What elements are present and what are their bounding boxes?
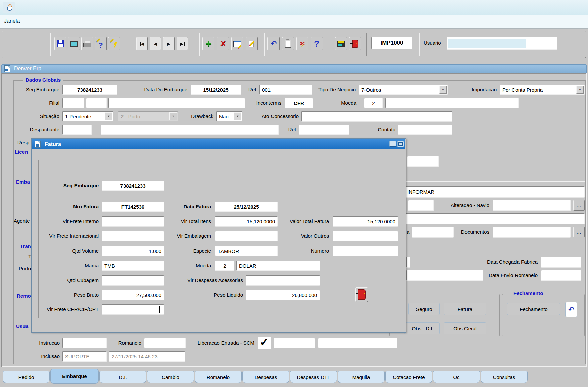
dlg-nro-fatura-field[interactable]: FT142536 [102,202,164,212]
fechamento-undo-button[interactable]: ↶ [565,302,577,317]
dlg-peso-liquido-field[interactable]: 26,800.000 [246,290,320,300]
chevron-down-icon[interactable]: ▼ [576,86,584,94]
previous-record-button[interactable]: ◀ [150,37,161,50]
menu-janela[interactable]: Janela [4,18,20,24]
menu-button[interactable] [335,37,347,50]
tab-cotacao-frete[interactable]: Cotacao Frete [385,371,432,383]
dlg-vlr-total-itens-field[interactable]: 15,120.0000 [215,216,278,226]
filial-code2-field[interactable] [86,98,107,108]
ato-concessorio-field[interactable] [301,111,452,121]
tab-romaneio[interactable]: Romaneio [195,371,242,383]
data-embarque-field[interactable]: 15/12/2025 [191,85,241,95]
despachante-code-field[interactable] [62,125,92,135]
minimize-button[interactable] [389,141,396,147]
contato-field[interactable] [398,125,452,135]
ref2-field[interactable] [299,125,349,135]
dlg-vlr-frete-internacional-field[interactable] [102,231,164,241]
dlg-vlr-frete-cfr-field[interactable] [102,304,164,314]
dlg-moeda-code-field[interactable]: 2 [215,261,234,271]
tab-di[interactable]: D.I. [99,371,146,383]
ref-field[interactable]: 001 [259,85,312,95]
data-envio-romaneio-field[interactable] [541,270,581,281]
print-button[interactable] [81,37,93,50]
dialog-exit-button[interactable] [355,287,368,302]
alteracao-navio-more-button[interactable]: ... [573,200,585,211]
seq-embarque-field[interactable]: 738241233 [62,85,117,95]
romaneio-wide-field-fragment[interactable] [406,270,483,281]
tab-oc[interactable]: Oc [433,371,480,383]
tipo-negocio-combo[interactable]: 7-Outros ▼ [359,85,448,95]
navio-desc-field[interactable] [405,213,585,224]
clipboard-button[interactable] [282,37,294,50]
informar-field[interactable]: INFORMAR [405,186,585,197]
liberacao-scm-checkbox[interactable]: ✓ [258,337,271,349]
module-code-field[interactable]: IMP1000 [371,37,412,49]
tab-despesas[interactable]: Despesas [242,371,289,383]
first-record-button[interactable]: ◀ [136,37,148,50]
navio-code-field-fragment[interactable] [408,200,434,211]
alteracao-navio-field[interactable] [493,200,571,211]
despachante-desc-field[interactable] [101,125,279,135]
dlg-especie-field[interactable]: TAMBOR [215,246,278,256]
dlg-marca-field[interactable]: TMB [102,261,164,271]
tab-pedido[interactable]: Pedido [3,371,50,383]
dlg-numero-field[interactable] [333,246,398,256]
dlg-data-fatura-field[interactable]: 25/12/2025 [215,202,278,212]
moeda-code-field[interactable]: 2 [364,98,383,108]
obs-di-button[interactable]: Obs - D.I [404,322,440,334]
moeda-desc-field[interactable] [385,98,519,108]
hidden-row-field-fragment[interactable] [407,156,439,167]
maximize-button[interactable] [397,141,404,147]
dlg-seq-embarque-field[interactable]: 738241233 [102,181,164,191]
save-button[interactable] [54,37,66,50]
dlg-qtd-cubagem-field[interactable] [102,275,164,285]
fechamento-button[interactable]: Fechamento [507,303,560,315]
situacao-combo[interactable]: 1-Pendente ▼ [62,111,113,121]
incoterms-field[interactable]: CFR [285,98,313,108]
dlg-vlr-frete-interno-field[interactable] [102,216,164,226]
edit-record-button[interactable] [246,37,258,50]
delete-record-button[interactable]: X [217,37,229,50]
screen-button[interactable] [68,37,80,50]
tab-maquila[interactable]: Maquila [338,371,385,383]
execute-query-button[interactable] [108,37,120,50]
undo-button[interactable]: ↶ [267,37,280,50]
data-chegada-fabrica-field[interactable] [541,257,581,267]
insert-record-button[interactable]: + [202,37,214,50]
scm-desc-field[interactable] [318,338,397,348]
instrucao-field[interactable] [62,338,107,348]
tab-despesas-dtl[interactable]: Despesas DTL [290,371,337,383]
filial-desc-field[interactable] [108,98,245,108]
dlg-vlr-despesas-acessorias-field[interactable] [246,275,320,285]
data-field-fragment[interactable] [412,227,454,237]
seguro-button[interactable]: Seguro [408,303,440,315]
enter-query-button[interactable]: ? [95,37,107,50]
filial-code-field[interactable] [62,98,84,108]
romaneio-field[interactable] [144,338,186,348]
dlg-valor-outros-field[interactable] [333,231,398,241]
cut-record-button[interactable] [296,37,308,50]
find-record-button[interactable] [231,37,243,50]
importacao-combo[interactable]: Por Conta Propria ▼ [500,85,585,95]
tab-cambio[interactable]: Cambio [147,371,194,383]
help-button[interactable]: ? [311,37,323,50]
fatura-dialog-titlebar[interactable]: Fatura [32,139,405,149]
chevron-down-icon[interactable]: ▼ [105,112,112,120]
fatura-button[interactable]: Fatura [444,303,486,315]
next-record-button[interactable]: ▶ [163,37,175,50]
last-record-button[interactable]: ▶ [177,37,188,50]
dlg-moeda-desc-field[interactable]: DOLAR [236,261,320,271]
chevron-down-icon[interactable]: ▼ [439,86,447,94]
denver-erp-titlebar[interactable]: Denver Erp [1,64,587,73]
exit-button[interactable] [349,37,361,50]
scm-code-field[interactable] [274,338,315,348]
tab-consultas[interactable]: Consultas [481,371,528,383]
field-sliver-fragment[interactable] [406,257,410,267]
dlg-vlr-embalagem-field[interactable] [215,231,278,241]
drawback-combo[interactable]: Nao ▼ [216,111,242,121]
documentos-more-button[interactable]: ... [573,227,585,237]
tab-embarque[interactable]: Embarque [50,369,99,384]
obs-geral-button[interactable]: Obs Geral [444,322,486,334]
dlg-qtd-volume-field[interactable]: 1.000 [102,246,164,256]
java-app-button[interactable] [3,2,15,13]
